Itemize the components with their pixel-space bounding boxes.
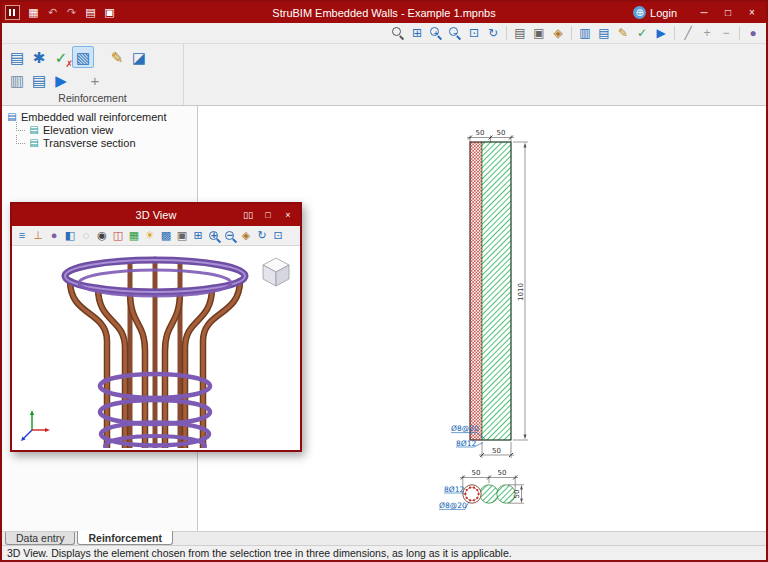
zoom-window-icon[interactable]: ⊞ (408, 24, 426, 42)
render-sphere-icon[interactable]: ● (46, 228, 62, 244)
3d-window-buttons: ▯▯□× (239, 204, 297, 226)
zoom-extents-icon[interactable]: ⊡ (465, 24, 483, 42)
section-icon[interactable]: ◫ (110, 228, 126, 244)
zoom-out-icon[interactable]: − (222, 228, 238, 244)
titlebar-right: ⊕ Login ─□× (633, 5, 763, 21)
reinforcement-config-icon[interactable]: ▤ (6, 46, 28, 68)
status-bar: 3D View. Displays the element chosen fro… (2, 545, 766, 560)
axes-gizmo (21, 410, 50, 441)
tree-item-transverse-section[interactable]: ▤ Transverse section (16, 136, 195, 149)
add-icon[interactable]: + (698, 24, 716, 42)
texture-icon[interactable]: ▦ (126, 228, 142, 244)
options-icon[interactable]: ✱ (28, 46, 50, 68)
calculate-button[interactable]: ▶ (50, 69, 72, 91)
snapshot-icon[interactable]: ▣ (174, 228, 190, 244)
wireframe-icon[interactable]: ◌ (78, 228, 94, 244)
tree-item-label: Elevation view (43, 124, 113, 136)
login-button[interactable]: ⊕ Login (633, 6, 677, 19)
drawing-doc-icon: ▤ (28, 137, 40, 148)
app-icon (5, 5, 20, 20)
elevation-dim-top-left: 50 (476, 129, 485, 137)
layers-icon[interactable]: ▤ (595, 24, 613, 42)
3d-rebar-cage-model (12, 246, 300, 448)
tab-data-entry[interactable]: Data entry (5, 532, 75, 545)
check-icon[interactable]: ✓ (633, 24, 651, 42)
elevation-view: 50 50 1010 50 (451, 129, 528, 459)
ribbon-row-2: ▥▤▶+ (6, 69, 179, 91)
zoom-in-icon[interactable]: + (206, 228, 222, 244)
save-icon[interactable]: ▦ (25, 5, 42, 21)
status-text: 3D View. Displays the element chosen fro… (7, 547, 512, 559)
redo-icon[interactable]: ↷ (63, 5, 80, 21)
pan-icon[interactable]: ◈ (238, 228, 254, 244)
reinforcement-strip (470, 142, 482, 440)
tab-reinforcement[interactable]: Reinforcement (77, 531, 173, 545)
tree-item-root[interactable]: ▤ Embedded wall reinforcement (6, 110, 195, 123)
edit-icon[interactable]: ✎ (106, 46, 128, 68)
undo-icon[interactable]: ↶ (44, 5, 61, 21)
capture-icon[interactable]: ▣ (101, 5, 118, 21)
snapshot-icon[interactable]: ▣ (530, 24, 548, 42)
tree-item-elevation-view[interactable]: ▤ Elevation view (16, 123, 195, 136)
ribbon-group-label: Reinforcement (2, 92, 183, 104)
window-buttons: ─□× (693, 5, 763, 21)
tree-item-label: Transverse section (43, 137, 136, 149)
measure-icon[interactable]: ╱ (679, 24, 697, 42)
axes-icon[interactable]: ⊥ (30, 228, 46, 244)
3d-viewport[interactable] (12, 246, 300, 448)
pan-icon[interactable]: ◈ (549, 24, 567, 42)
print-icon[interactable]: ▤ (82, 5, 99, 21)
transverse-section-view: 50 50 8Ø12 (439, 469, 524, 511)
delete-icon[interactable]: − (717, 24, 735, 42)
minimize-button[interactable]: ─ (693, 5, 715, 21)
bars-editor-icon[interactable]: ▥ (6, 69, 28, 91)
solid-view-icon[interactable]: ◧ (62, 228, 78, 244)
tree-children: ▤ Elevation view ▤ Transverse section (16, 123, 195, 149)
section-dim-side: 50 (513, 490, 521, 499)
maximize-button[interactable]: □ (259, 207, 277, 223)
reinforcement-folder-icon: ▤ (6, 111, 18, 122)
quick-access-toolbar: ▦↶↷▤▣ (5, 5, 118, 21)
add-reinforcement-icon[interactable]: + (84, 69, 106, 91)
window-title: StruBIM Embedded Walls - Example 1.mpnbs (272, 7, 495, 19)
3d-view-title: 3D View (136, 209, 177, 221)
light-icon[interactable]: ☀ (142, 228, 158, 244)
zoom-in-icon[interactable]: + (427, 24, 445, 42)
section-dim-top-right: 50 (498, 469, 507, 477)
section-dim-top-left: 50 (472, 469, 481, 477)
print-drawing-icon[interactable]: ▤ (511, 24, 529, 42)
visibility-icon[interactable]: ◉ (94, 228, 110, 244)
edit-icon[interactable]: ✎ (614, 24, 632, 42)
fit-view-icon[interactable]: ⊡ (270, 228, 286, 244)
zoom-window-icon[interactable]: ⊞ (190, 228, 206, 244)
references-icon[interactable]: ▥ (576, 24, 594, 42)
tree-connector (16, 135, 25, 144)
close-button[interactable]: × (279, 207, 297, 223)
close-button[interactable]: × (741, 5, 763, 21)
globe-icon: ⊕ (633, 6, 646, 19)
bottom-tabs: Data entry Reinforcement (2, 531, 766, 545)
orbit-icon[interactable]: ↻ (254, 228, 270, 244)
report-icon[interactable]: ▤ (28, 69, 50, 91)
drawing-doc-icon: ▤ (28, 124, 40, 135)
title-bar[interactable]: ▦↶↷▤▣ StruBIM Embedded Walls - Example 1… (2, 2, 766, 23)
erase-icon[interactable]: ◪ (128, 46, 150, 68)
search-icon[interactable] (389, 24, 407, 42)
layers-icon[interactable]: ≡ (14, 228, 30, 244)
calculate-icon[interactable]: ▶ (652, 24, 670, 42)
view-3d-button[interactable]: ▧ (72, 46, 94, 68)
maximize-button[interactable]: □ (717, 5, 739, 21)
view-cube[interactable] (263, 258, 289, 286)
render-icon[interactable]: ● (744, 24, 762, 42)
zoom-out-icon[interactable]: − (446, 24, 464, 42)
elevation-dim-bottom: 50 (492, 447, 501, 455)
quick-access-icons: ▦↶↷▤▣ (25, 5, 118, 21)
tree-connector (16, 122, 25, 131)
redraw-icon[interactable]: ↻ (484, 24, 502, 42)
3d-view-titlebar[interactable]: 3D View ▯▯□× (12, 204, 300, 226)
background-icon[interactable]: ▩ (158, 228, 174, 244)
section-stirrup-label: Ø8@20 (439, 501, 467, 510)
ribbon-row-1: ▤✱✓▧✎◪ (6, 46, 179, 68)
check-reinforcement-icon[interactable]: ✓ (50, 46, 72, 68)
book-view-icon[interactable]: ▯▯ (239, 207, 257, 223)
